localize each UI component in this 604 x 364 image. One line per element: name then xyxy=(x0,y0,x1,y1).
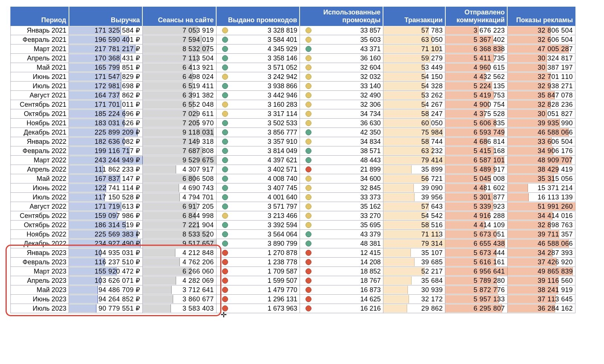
indicator-dot-icon xyxy=(306,296,311,302)
promos-used-cell: 34 734 xyxy=(300,109,383,118)
indicator-dot-icon xyxy=(306,139,311,145)
comms-sent-cell: 5 411 735 xyxy=(445,54,507,63)
indicator-dot-icon xyxy=(222,64,228,70)
indicator-dot-icon xyxy=(306,231,311,237)
comms-sent-cell: 5 616 161 xyxy=(445,258,507,267)
comms-sent-cell: 4 916 288 xyxy=(445,211,507,220)
promos-used-cell: 16 216 xyxy=(300,304,383,313)
promos-issued-cell: 1 709 587 xyxy=(217,267,300,276)
period-cell: Январь 2022 xyxy=(11,137,69,146)
ad-impressions-cell: 32 898 763 xyxy=(508,221,575,229)
table-row: Январь 2021171 325 584 ₽7 053 9193 328 8… xyxy=(11,26,575,35)
period-cell: Октябрь 2021 xyxy=(11,109,69,118)
table-row: Ноябрь 2021183 031 626 ₽7 205 9703 502 5… xyxy=(11,119,575,128)
comms-sent-cell: 5 957 133 xyxy=(445,295,507,304)
table-row: Июнь 2021171 547 829 ₽6 498 0243 242 942… xyxy=(11,72,575,82)
th-promos-used: Использованные промокоды xyxy=(300,7,383,26)
period-cell: Июнь 2021 xyxy=(11,72,69,81)
table-row: Январь 2022182 636 082 ₽7 149 3183 357 9… xyxy=(11,137,575,146)
indicator-dot-icon xyxy=(222,27,228,33)
transactions-cell: 56 721 xyxy=(383,174,445,183)
comms-sent-cell: 4 900 754 xyxy=(445,100,507,109)
revenue-cell: 225 899 209 ₽ xyxy=(69,128,142,137)
revenue-cell: 171 547 829 ₽ xyxy=(69,72,142,81)
indicator-dot-icon xyxy=(222,278,228,284)
comms-sent-cell: 4 960 615 xyxy=(445,63,507,72)
sessions-cell: 4 307 917 xyxy=(143,165,216,174)
indicator-dot-icon xyxy=(306,203,311,209)
promos-used-cell: 42 350 xyxy=(300,128,383,137)
promos-issued-cell: 1 599 507 xyxy=(217,276,300,285)
indicator-dot-icon xyxy=(306,111,311,117)
period-cell: Ноябрь 2022 xyxy=(11,230,69,239)
comms-sent-cell: 5 224 135 xyxy=(445,82,507,90)
comms-sent-cell: 5 415 168 xyxy=(445,146,507,155)
ad-impressions-cell: 39 935 990 xyxy=(508,119,575,128)
revenue-cell: 243 244 949 ₽ xyxy=(69,156,142,165)
table-row: Декабрь 2021225 899 209 ₽9 118 0313 856 … xyxy=(11,128,575,137)
transactions-cell: 32 172 xyxy=(383,295,445,304)
transactions-cell: 53 262 xyxy=(383,91,445,100)
period-cell: Февраль 2022 xyxy=(11,146,69,155)
comms-sent-cell: 4 481 602 xyxy=(445,183,507,192)
revenue-cell: 171 719 613 ₽ xyxy=(69,202,142,211)
comms-sent-cell: 6 593 749 xyxy=(445,128,507,137)
promos-issued-cell: 1 673 963 xyxy=(217,304,300,313)
period-cell: Июль 2023 xyxy=(11,304,69,313)
ad-impressions-cell: 32 828 236 xyxy=(508,100,575,109)
table-row: Апрель 2021170 368 431 ₽7 113 5043 358 1… xyxy=(11,54,575,63)
revenue-cell: 164 737 862 ₽ xyxy=(69,91,142,100)
promos-issued-cell: 3 814 049 xyxy=(217,146,300,155)
sessions-cell: 4 282 069 xyxy=(143,276,216,285)
period-cell: Февраль 2021 xyxy=(11,35,69,44)
indicator-dot-icon xyxy=(306,102,311,107)
period-cell: Март 2021 xyxy=(11,44,69,53)
transactions-cell: 39 956 xyxy=(383,193,445,202)
sessions-cell: 4 762 206 xyxy=(143,258,216,267)
promos-used-cell: 32 845 xyxy=(300,183,383,192)
revenue-cell: 90 779 551 ₽ xyxy=(69,304,142,313)
comms-sent-cell: 5 419 753 xyxy=(445,91,507,100)
th-revenue: Выручка xyxy=(69,7,143,26)
period-cell: Май 2021 xyxy=(11,63,69,72)
transactions-cell: 35 107 xyxy=(383,248,445,257)
sessions-cell: 7 205 970 xyxy=(143,119,216,128)
indicator-dot-icon xyxy=(222,259,228,265)
transactions-cell: 29 862 xyxy=(383,304,445,313)
table-row: Январь 2023104 935 031 ₽4 212 8481 270 8… xyxy=(11,248,575,258)
th-transactions: Транзакции xyxy=(383,7,445,26)
transactions-cell: 75 984 xyxy=(383,128,445,137)
sessions-cell: 7 113 504 xyxy=(143,54,216,63)
revenue-cell: 165 799 851 ₽ xyxy=(69,63,142,72)
transactions-cell: 79 414 xyxy=(383,156,445,165)
ad-impressions-cell: 35 847 078 xyxy=(508,91,575,100)
sessions-cell: 6 266 060 xyxy=(143,267,216,276)
sessions-cell: 6 917 205 xyxy=(143,202,216,211)
table-row: Июль 2021172 981 698 ₽6 519 4113 938 866… xyxy=(11,82,575,91)
ad-impressions-cell: 34 414 016 xyxy=(508,211,575,220)
table-row: Июль 202390 779 551 ₽3 583 4031 673 9631… xyxy=(11,304,575,313)
ad-impressions-cell: 38 429 419 xyxy=(508,165,575,174)
comms-sent-cell: 4 432 562 xyxy=(445,72,507,81)
table-row: Октябрь 2022186 314 519 ₽7 221 9043 392 … xyxy=(11,221,575,230)
ad-impressions-cell: 30 324 817 xyxy=(508,54,575,63)
revenue-cell: 172 981 698 ₽ xyxy=(69,82,142,90)
promos-issued-cell: 3 856 777 xyxy=(217,128,300,137)
promos-issued-cell: 3 160 283 xyxy=(217,100,300,109)
comms-sent-cell: 6 587 101 xyxy=(445,156,507,165)
ad-impressions-cell: 47 005 287 xyxy=(508,44,575,53)
comms-sent-cell: 6 295 807 xyxy=(445,304,507,313)
indicator-dot-icon xyxy=(222,287,228,293)
transactions-cell: 71 113 xyxy=(383,230,445,239)
ad-impressions-cell: 34 287 393 xyxy=(508,248,575,257)
table-row: Декабрь 2022234 927 490 ₽9 517 6573 890 … xyxy=(11,239,575,248)
transactions-cell: 30 939 xyxy=(383,285,445,294)
promos-issued-cell: 3 317 114 xyxy=(217,109,300,118)
indicator-dot-icon xyxy=(222,74,228,80)
sessions-cell: 7 687 808 xyxy=(143,146,216,155)
sessions-cell: 7 149 318 xyxy=(143,137,216,146)
comms-sent-cell: 3 676 223 xyxy=(445,26,507,35)
indicator-dot-icon xyxy=(222,111,228,117)
sessions-cell: 6 519 411 xyxy=(143,82,216,90)
promos-used-cell: 32 604 xyxy=(300,63,383,72)
